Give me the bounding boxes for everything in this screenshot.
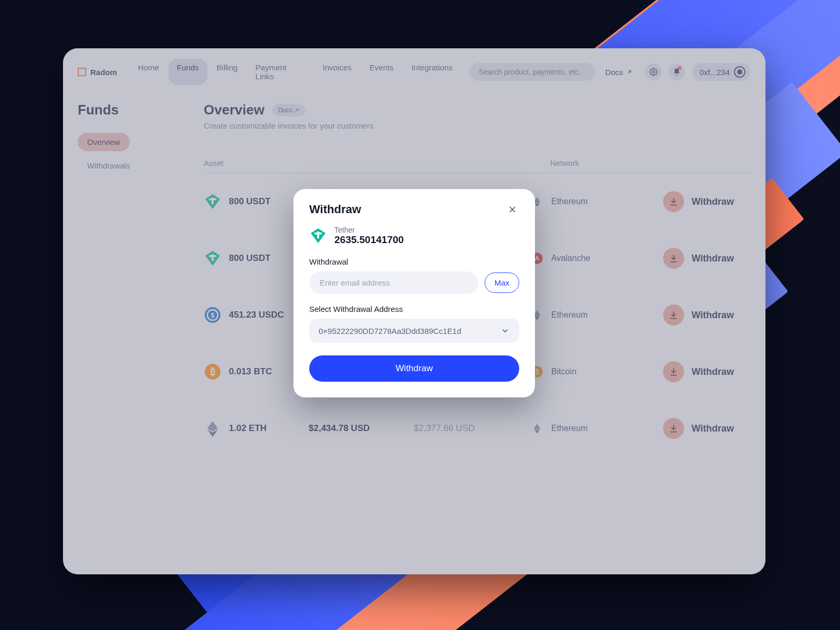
modal-overlay[interactable]: Withdraw Tether 2635.50141700 Withdrawal…	[63, 48, 765, 574]
close-button[interactable]	[506, 203, 519, 216]
token-summary: Tether 2635.50141700	[309, 226, 519, 246]
withdrawal-amount-input[interactable]	[309, 271, 478, 294]
chevron-down-icon	[500, 326, 510, 335]
withdrawal-address-label: Select Withdrawal Address	[309, 304, 519, 313]
max-button[interactable]: Max	[485, 272, 519, 293]
withdraw-modal: Withdraw Tether 2635.50141700 Withdrawal…	[293, 189, 535, 397]
svg-rect-26	[317, 232, 319, 238]
withdrawal-address-value: 0×95222290DD7278Aa3Ddd389Cc1E1d	[319, 327, 461, 335]
modal-title: Withdraw	[309, 203, 361, 216]
token-name: Tether	[334, 226, 404, 234]
close-icon	[507, 204, 518, 215]
tether-icon	[309, 227, 327, 245]
token-amount: 2635.50141700	[334, 234, 404, 246]
withdrawal-address-select[interactable]: 0×95222290DD7278Aa3Ddd389Cc1E1d	[309, 319, 519, 343]
app-window: Radom HomeFundsBillingPayment LinksInvoi…	[63, 48, 765, 574]
withdraw-submit-button[interactable]: Withdraw	[309, 355, 519, 382]
withdrawal-amount-label: Withdrawal	[309, 257, 519, 266]
